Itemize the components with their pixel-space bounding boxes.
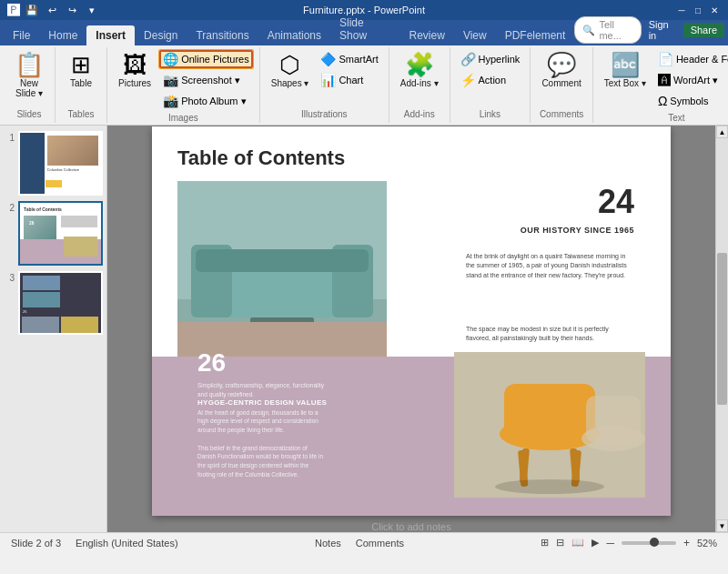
slide-thumb-3[interactable]: 3 26 [4,271,103,336]
illustrations-group-items: ⬡ Shapes ▾ 🔷 SmartArt 📊 Chart [266,49,383,107]
shapes-button[interactable]: ⬡ Shapes ▾ [266,49,315,92]
slide-panel: 1 Columbia Collective 2 [0,126,107,532]
pictures-label: Pictures [118,78,151,88]
quick-access-toolbar: 🅿 💾 ↩ ↪ ▾ [7,2,100,18]
zoom-slider[interactable] [622,541,676,545]
header-footer-button[interactable]: 📄 Header & Footer [653,49,728,69]
view-reading-icon[interactable]: 📖 [571,537,584,549]
smartart-button[interactable]: 🔷 SmartArt [316,49,382,69]
section1-heading: OUR HISTORY SINCE 1965 [521,225,634,237]
view-slide-sorter-icon[interactable]: ⊟ [556,537,564,549]
chart-icon: 📊 [320,73,336,87]
pictures-button[interactable]: 🖼 Pictures [113,49,157,92]
minimize-button[interactable]: ─ [675,4,688,16]
table-icon: ⊞ [71,53,91,76]
view-slideshow-icon[interactable]: ▶ [592,537,599,549]
slide-image-2[interactable]: Table of Contents 26 [18,201,103,266]
wordart-button[interactable]: 🅰 WordArt ▾ [653,70,728,90]
smartart-label: SmartArt [339,54,378,65]
ribbon-group-comments: 💬 Comment Comments [531,47,592,123]
comments-group-items: 💬 Comment [536,49,586,107]
ribbon-group-tables: ⊞ Table Tables [56,47,107,123]
screenshot-button[interactable]: 📷 Screenshot ▾ [158,70,254,90]
comment-button[interactable]: 💬 Comment [536,49,586,92]
section2-text: Simplicity, craftsmanship, elegance, fun… [197,381,325,478]
ribbon-group-links: 🔗 Hyperlink ⚡ Action Links [450,47,531,123]
close-button[interactable]: ✕ [708,4,721,16]
svg-point-19 [495,479,604,494]
slide-right-image [454,352,645,498]
wordart-label: WordArt ▾ [673,75,718,86]
chart-button[interactable]: 📊 Chart [316,70,382,90]
ribbon-group-slides: 📋 NewSlide ▾ Slides [4,47,56,123]
tell-me-box[interactable]: 🔍 Tell me... [574,16,641,44]
slide-canvas[interactable]: Table of Contents [152,126,671,516]
text-group-label: Text [599,111,728,125]
ribbon-group-text: 🔤 Text Box ▾ 📄 Header & Footer 🅰 WordArt… [593,47,728,123]
tables-group-label: Tables [61,107,101,121]
addins-icon: 🧩 [405,53,434,76]
customize-qa-button[interactable]: ▾ [84,2,100,18]
slide-left-image [177,181,387,363]
app-icon: 🅿 [7,3,20,17]
hyperlink-label: Hyperlink [479,54,521,65]
links-group-label: Links [456,107,525,121]
tab-design[interactable]: Design [135,25,187,45]
tab-slideshow[interactable]: Slide Show [330,13,399,45]
slide-image-3[interactable]: 26 [18,271,103,336]
hyperlink-button[interactable]: 🔗 Hyperlink [456,49,525,69]
symbols-button[interactable]: Ω Symbols [653,91,728,111]
addins-button[interactable]: 🧩 Add-ins ▾ [395,49,444,92]
action-button[interactable]: ⚡ Action [456,70,525,90]
slide-thumb-1[interactable]: 1 Columbia Collective [4,131,103,196]
chart-label: Chart [339,75,363,86]
vertical-scrollbar[interactable]: ▲ ▼ [715,126,728,532]
zoom-in-button[interactable]: + [683,537,690,549]
illustrations-col: 🔷 SmartArt 📊 Chart [316,49,382,90]
new-slide-button[interactable]: 📋 NewSlide ▾ [9,49,49,102]
scroll-track[interactable] [716,138,728,519]
share-button[interactable]: Share [683,23,724,37]
links-col: 🔗 Hyperlink ⚡ Action [456,49,525,90]
redo-button[interactable]: ↪ [64,2,80,18]
signin-link[interactable]: Sign in [649,19,676,41]
zoom-out-button[interactable]: ─ [606,537,614,549]
tab-home[interactable]: Home [39,25,86,45]
svg-rect-18 [586,396,641,443]
scroll-down-button[interactable]: ▼ [716,519,728,532]
header-footer-label: Header & Footer [676,54,728,65]
comments-button[interactable]: Comments [356,538,404,549]
tab-pdfelement[interactable]: PDFelement [496,25,575,45]
illustrations-group-label: Illustrations [266,107,383,121]
table-button[interactable]: ⊞ Table [61,49,101,92]
tab-insert[interactable]: Insert [86,25,135,45]
window-title: Furniture.pptx - PowerPoint [303,5,425,15]
tab-view[interactable]: View [454,25,496,45]
zoom-thumb[interactable] [650,538,659,547]
maximize-button[interactable]: □ [692,4,704,16]
slide-image-1[interactable]: Columbia Collective [18,131,103,196]
save-button[interactable]: 💾 [24,2,40,18]
tab-animations[interactable]: Animations [258,25,330,45]
scroll-up-button[interactable]: ▲ [716,126,728,138]
textbox-icon: 🔤 [611,53,640,76]
tables-group-items: ⊞ Table [61,49,101,107]
tab-review[interactable]: Review [400,25,454,45]
action-icon: ⚡ [460,73,476,87]
notes-button[interactable]: Notes [315,538,341,549]
slide-number-3: 3 [4,271,15,283]
ribbon-group-images: 🖼 Pictures 🌐 Online Pictures 📷 Screensho… [107,47,260,123]
slide-preview-1: Columbia Collective [20,133,101,194]
tab-file[interactable]: File [4,25,39,45]
online-pictures-label: Online Pictures [181,54,249,65]
photo-album-button[interactable]: 📸 Photo Album ▾ [158,91,254,111]
online-pictures-button[interactable]: 🌐 Online Pictures [158,49,254,69]
zoom-level[interactable]: 52% [697,538,717,549]
undo-button[interactable]: ↩ [44,2,60,18]
scroll-thumb[interactable] [717,253,727,406]
textbox-button[interactable]: 🔤 Text Box ▾ [599,49,652,92]
view-normal-icon[interactable]: ⊞ [541,537,549,549]
slide-thumb-2[interactable]: 2 Table of Contents 26 [4,201,103,266]
tab-transitions[interactable]: Transitions [187,25,258,45]
add-notes-hint[interactable]: Click to add notes [371,521,450,532]
